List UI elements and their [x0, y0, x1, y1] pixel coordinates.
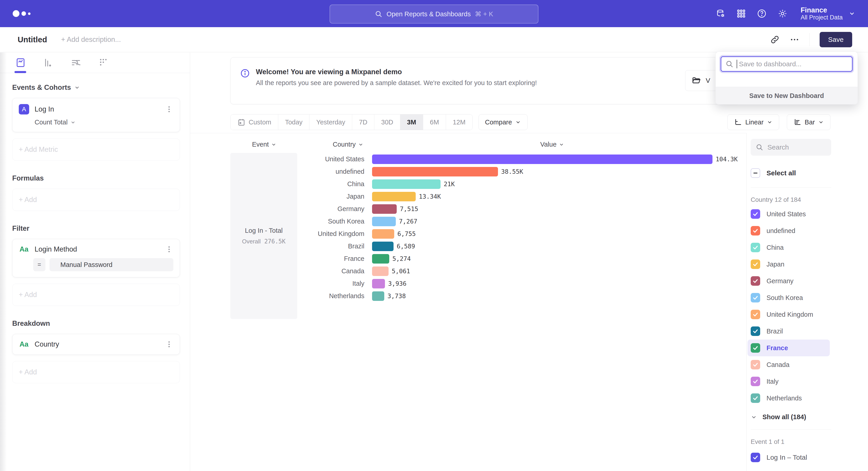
legend-row-italy[interactable]: Italy	[747, 373, 830, 390]
chart-row-united-states: United States104.3K	[297, 153, 745, 165]
date-range-3m[interactable]: 3M	[400, 115, 423, 130]
bar-japan[interactable]	[372, 192, 416, 201]
legend-row-japan[interactable]: Japan	[747, 256, 830, 273]
filter-property-name[interactable]: Login Method	[35, 245, 77, 254]
event-legend-row[interactable]: Log In – Total	[751, 449, 868, 466]
kebab-menu-icon[interactable]	[165, 245, 174, 254]
date-range-7d[interactable]: 7D	[352, 115, 374, 130]
legend-row-france[interactable]: France	[747, 340, 830, 356]
help-icon[interactable]	[757, 8, 767, 19]
add-formula-button[interactable]: + Add	[12, 189, 180, 211]
column-header-value[interactable]: Value	[540, 141, 564, 148]
legend-label: United States	[767, 210, 806, 218]
legend-row-united-kingdom[interactable]: United Kingdom	[747, 306, 830, 323]
more-options-icon[interactable]	[789, 35, 800, 45]
bar-united-states[interactable]	[372, 154, 712, 164]
breakdown-property-name[interactable]: Country	[35, 340, 59, 348]
data-management-icon[interactable]	[716, 8, 725, 19]
checkbox-undefined-checked[interactable]	[751, 226, 760, 235]
legend-row-china[interactable]: China	[747, 239, 830, 256]
legend-row-canada[interactable]: Canada	[747, 356, 830, 373]
select-all-checkbox-indeterminate[interactable]	[751, 168, 760, 178]
checkbox-canada-checked[interactable]	[751, 360, 760, 370]
checkbox-brazil-checked[interactable]	[751, 326, 760, 336]
copy-link-icon[interactable]	[770, 35, 780, 45]
aggregation-selector[interactable]: Count Total	[35, 119, 174, 126]
events-cohorts-heading[interactable]: Events & Cohorts	[12, 84, 180, 92]
global-search[interactable]: Open Reports & Dashboards ⌘ + K	[330, 4, 538, 24]
legend-row-brazil[interactable]: Brazil	[747, 323, 830, 340]
legend-row-germany[interactable]: Germany	[747, 273, 830, 289]
checkbox-south-korea-checked[interactable]	[751, 293, 760, 302]
chart-type-selector[interactable]: Bar	[787, 114, 831, 130]
legend-search-input[interactable]: Search	[751, 139, 831, 156]
bar-canada[interactable]	[372, 266, 389, 276]
checkbox-italy-checked[interactable]	[751, 377, 760, 386]
date-range-yesterday[interactable]: Yesterday	[309, 115, 352, 130]
bar-germany[interactable]	[372, 204, 397, 214]
legend-row-south-korea[interactable]: South Korea	[747, 289, 830, 306]
add-description[interactable]: + Add description...	[61, 35, 121, 44]
select-all-row[interactable]: Select all	[751, 168, 868, 178]
date-range-custom[interactable]: Custom	[230, 115, 278, 130]
add-metric-button[interactable]: + Add Metric	[12, 139, 180, 160]
filter-operator[interactable]: =	[33, 258, 45, 271]
project-switcher[interactable]: Finance All Project Data	[801, 6, 855, 21]
bar-south-korea[interactable]	[372, 217, 396, 226]
filter-card[interactable]: Aa Login Method = Manual Password	[12, 239, 180, 277]
tab-funnels[interactable]	[43, 53, 53, 73]
tab-retention[interactable]	[98, 53, 108, 73]
bar-undefined[interactable]	[372, 167, 498, 176]
legend-row-united-states[interactable]: United States	[747, 206, 830, 223]
checkbox-france-checked[interactable]	[751, 343, 760, 353]
breakdown-card[interactable]: Aa Country	[12, 334, 180, 355]
bar-france[interactable]	[372, 254, 389, 264]
legend-label: France	[767, 344, 788, 352]
event-name[interactable]: Log In	[35, 105, 54, 113]
bar-netherlands[interactable]	[372, 291, 384, 301]
checkbox-netherlands-checked[interactable]	[751, 393, 760, 403]
tab-insights[interactable]	[16, 53, 26, 73]
save-dashboard-search-input[interactable]: Save to dashboard...	[721, 56, 852, 72]
tab-flows[interactable]	[70, 53, 81, 73]
date-range-6m[interactable]: 6M	[423, 115, 446, 130]
scale-selector[interactable]: Linear	[727, 114, 779, 130]
checkbox-china-checked[interactable]	[751, 243, 760, 252]
event-checkbox-checked[interactable]	[751, 453, 760, 462]
legend-row-undefined[interactable]: undefined	[747, 223, 830, 239]
save-to-new-dashboard-button[interactable]: Save to New Dashboard	[716, 87, 858, 104]
legend-row-netherlands[interactable]: Netherlands	[747, 390, 830, 407]
checkbox-japan-checked[interactable]	[751, 260, 760, 269]
apps-grid-icon[interactable]	[737, 9, 746, 18]
checkbox-united-states-checked[interactable]	[751, 209, 760, 219]
date-range-today[interactable]: Today	[278, 115, 309, 130]
kebab-menu-icon[interactable]	[165, 105, 174, 114]
bar-brazil[interactable]	[372, 242, 394, 251]
bar-value: 3,738	[388, 293, 406, 299]
add-filter-button[interactable]: + Add	[12, 284, 180, 306]
settings-gear-icon[interactable]	[778, 8, 787, 19]
bar-chart-icon	[794, 118, 802, 126]
report-title[interactable]: Untitled	[18, 35, 47, 44]
text-caret	[737, 60, 737, 68]
mixpanel-logo-icon[interactable]	[13, 10, 31, 17]
show-all-button[interactable]: Show all (184)	[751, 413, 868, 421]
chevron-down-icon	[74, 85, 80, 90]
bar-italy[interactable]	[372, 279, 385, 289]
filter-value[interactable]: Manual Password	[50, 258, 174, 271]
legend-search-placeholder: Search	[767, 143, 789, 151]
column-header-country[interactable]: Country	[333, 141, 364, 148]
bar-united-kingdom[interactable]	[372, 229, 394, 239]
kebab-menu-icon[interactable]	[165, 340, 174, 349]
bar-china[interactable]	[372, 179, 440, 189]
date-range-12m[interactable]: 12M	[446, 115, 472, 130]
date-range-30d[interactable]: 30D	[374, 115, 400, 130]
checkbox-united-kingdom-checked[interactable]	[751, 310, 760, 319]
chevron-down-icon	[751, 414, 757, 420]
add-breakdown-button[interactable]: + Add	[12, 361, 180, 383]
checkbox-germany-checked[interactable]	[751, 276, 760, 286]
event-card[interactable]: A Log In Count Total	[12, 98, 180, 132]
column-header-event[interactable]: Event	[252, 141, 276, 148]
save-button[interactable]: Save	[819, 32, 852, 47]
compare-button[interactable]: Compare	[478, 114, 528, 130]
